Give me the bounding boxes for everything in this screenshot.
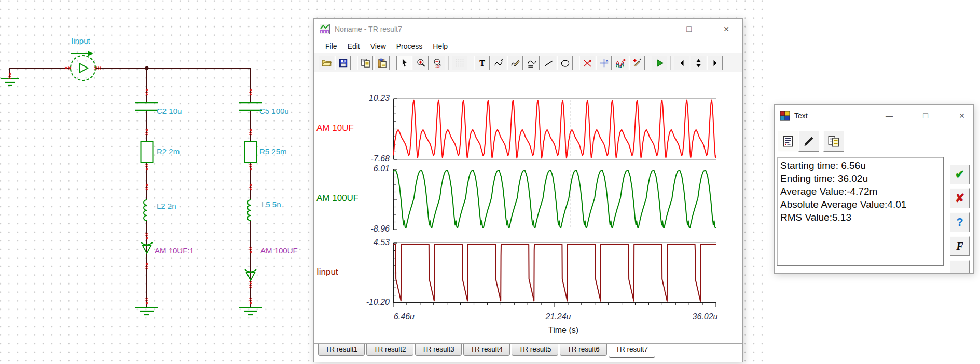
waveform-2	[393, 245, 716, 302]
text-tool-button[interactable]: T	[474, 56, 490, 70]
inductor-l5[interactable]	[247, 200, 251, 221]
resistor-r5[interactable]	[245, 141, 257, 163]
ellipse-icon	[560, 58, 570, 68]
tr-close-button[interactable]: ✕	[715, 19, 738, 39]
tr-toolbar: 100Tab	[314, 53, 742, 73]
waveform-1	[393, 171, 716, 228]
pen-curve-tool-button[interactable]	[491, 56, 506, 70]
prev-tool-button[interactable]	[674, 56, 689, 70]
menu-view[interactable]: View	[365, 41, 391, 51]
axis-a-tool-button[interactable]: a	[579, 56, 595, 70]
tr-titlebar[interactable]: Noname - TR result7 — □ ✕	[314, 19, 742, 39]
text-maximize-button[interactable]: □	[915, 105, 936, 127]
play-tool-button[interactable]	[652, 56, 667, 70]
current-source[interactable]	[71, 51, 95, 81]
r5-label: R5 25m	[259, 147, 287, 156]
tab-tr-result2[interactable]: TR result2	[366, 344, 413, 356]
pen-button[interactable]	[798, 131, 819, 152]
copy-button[interactable]	[823, 131, 844, 152]
y-min-label-2: -10.20	[350, 298, 390, 307]
help-button[interactable]: ?	[950, 212, 970, 232]
tab-tr-result1[interactable]: TR result1	[318, 344, 365, 356]
text-line: RMS Value:5.13	[780, 211, 940, 224]
copy-icon	[827, 135, 840, 147]
tab-tr-result3[interactable]: TR result3	[415, 344, 462, 356]
axis-b-tool-button[interactable]: b	[596, 56, 612, 70]
play-icon	[655, 58, 665, 68]
spin-tool-button[interactable]	[691, 56, 706, 70]
capacitor-c5[interactable]	[239, 103, 262, 110]
tab-tr-result5[interactable]: TR result5	[512, 344, 558, 356]
x-tick-end: 36.02u	[679, 312, 731, 321]
curve-ruler-tool-button[interactable]	[524, 56, 540, 70]
capacitor-c2[interactable]	[135, 103, 158, 110]
source-label: Iinput	[71, 36, 91, 45]
copy-tool-button[interactable]	[357, 56, 373, 70]
text-content[interactable]: Starting time: 6.56uEnding time: 36.02uA…	[777, 157, 944, 266]
tr-maximize-button[interactable]: □	[678, 19, 700, 39]
r2-label: R2 2m	[157, 147, 180, 156]
grid-icon	[455, 58, 465, 68]
open-tool-button[interactable]	[319, 56, 334, 70]
text-titlebar[interactable]: Text — □ ✕	[775, 105, 973, 127]
l5-label: L5 5n	[261, 200, 281, 209]
text-close-button[interactable]: ✕	[951, 105, 972, 127]
spin-icon	[694, 58, 703, 68]
paste-icon	[377, 58, 387, 68]
wires	[10, 68, 251, 307]
text-line: Absolute Average Value:4.01	[780, 198, 940, 211]
y-min-label-0: -7.68	[350, 154, 390, 164]
tr-window-title: Noname - TR result7	[335, 25, 402, 33]
grid-tool-button[interactable]	[452, 56, 467, 70]
curves-add-tool-button[interactable]	[613, 56, 628, 70]
menu-help[interactable]: Help	[427, 41, 453, 51]
paste-tool-button[interactable]	[374, 56, 390, 70]
menu-edit[interactable]: Edit	[342, 41, 365, 51]
menu-process[interactable]: Process	[391, 41, 428, 51]
tr-minimize-button[interactable]: —	[640, 19, 663, 39]
menu-file[interactable]: File	[320, 41, 342, 51]
cursor-icon	[399, 58, 409, 68]
x-axis-label: Time (s)	[527, 326, 600, 335]
circuit-schematic[interactable]: Iinput C2 10u R2 2m L2 2n AM 10UF:1 C5 1…	[0, 0, 313, 364]
text-window: Text — □ ✕ Starting time: 6.56uEnding ti…	[774, 104, 974, 274]
zoom-out-tool-button[interactable]: 100	[430, 56, 445, 70]
cursor-tool-button[interactable]	[396, 56, 412, 70]
report-button[interactable]	[778, 131, 798, 152]
text-minimize-button[interactable]: —	[879, 105, 900, 127]
text-line: Ending time: 36.02u	[780, 172, 940, 185]
prev-icon	[677, 58, 687, 68]
zoom-in-tool-button[interactable]	[413, 56, 429, 70]
y-max-label-2: 4.53	[350, 238, 390, 247]
curve-ruler-icon	[527, 58, 537, 68]
tab-tr-result6[interactable]: TR result6	[560, 344, 606, 356]
zoom-out-icon: 100	[433, 58, 443, 68]
inductor-l2[interactable]	[144, 200, 147, 221]
line-tool-button[interactable]	[541, 56, 556, 70]
plot-iinput[interactable]	[393, 242, 716, 303]
plot-am100uf[interactable]	[393, 169, 716, 230]
svg-text:b: b	[605, 58, 608, 63]
y-max-label-0: 10.23	[350, 93, 390, 103]
resistor-r2[interactable]	[141, 141, 153, 163]
pen-icon	[803, 135, 815, 147]
next-tool-button[interactable]	[707, 56, 723, 70]
extra-button[interactable]	[950, 260, 970, 274]
ok-button[interactable]: ✔	[950, 165, 970, 184]
c5-label: C5 100u	[259, 106, 289, 115]
probe-add-tool-button[interactable]	[629, 56, 645, 70]
font-button[interactable]: F	[950, 236, 970, 256]
save-tool-button[interactable]	[335, 56, 351, 70]
tab-tr-result7[interactable]: TR result7	[609, 344, 655, 358]
line-icon	[544, 58, 554, 68]
plot-am10uf[interactable]	[393, 98, 716, 160]
series-label-0: AM 10UF	[316, 123, 392, 133]
tab-tr-result4[interactable]: TR result4	[463, 344, 510, 356]
text-line: Average Value:-4.72m	[780, 185, 940, 198]
text-line: Starting time: 6.56u	[780, 159, 940, 172]
cancel-button[interactable]: ✘	[950, 188, 970, 208]
zoom-in-icon	[416, 58, 426, 68]
am10uf-label: AM 10UF:1	[155, 246, 194, 255]
pen-edit-tool-button[interactable]	[507, 56, 523, 70]
ellipse-tool-button[interactable]	[557, 56, 573, 70]
